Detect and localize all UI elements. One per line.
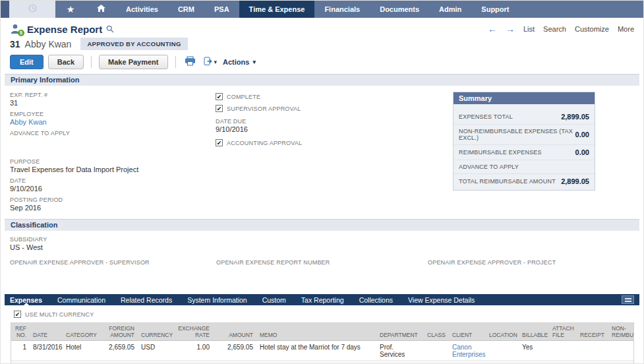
- cell-department: Prof. Services: [376, 341, 424, 361]
- summary-row-total-reimbursable: TOTAL REIMBURSABLE AMOUNT 2,899.05: [454, 174, 595, 189]
- edit-button[interactable]: Edit: [10, 55, 44, 69]
- record-name: Abby Kwan: [25, 39, 72, 49]
- cell-department: Prof. Services: [376, 361, 424, 364]
- nav-item-financials[interactable]: Financials: [314, 1, 370, 18]
- top-navigation-bar: ★ Activities CRM PSA Time & Expense Fina…: [1, 1, 643, 18]
- nav-item-documents[interactable]: Documents: [370, 1, 429, 18]
- checkbox-label: USE MULTI CURRENCY: [25, 311, 94, 318]
- summary-label: ADVANCE TO APPLY: [459, 164, 519, 170]
- search-icon[interactable]: [106, 24, 114, 36]
- field-label: EXP. REPT. #: [10, 92, 216, 98]
- summary-panel-title: Summary: [454, 92, 595, 104]
- actions-menu-button[interactable]: Actions ▾: [223, 58, 256, 66]
- tab-tax-reporting[interactable]: Tax Reporting: [301, 296, 344, 304]
- field-exp-rept-number: EXP. REPT. # 31: [10, 92, 216, 107]
- cell-amount: 190.00: [213, 361, 256, 364]
- export-document-icon: [203, 57, 213, 68]
- nav-item-psa[interactable]: PSA: [204, 1, 239, 18]
- cell-location: [486, 341, 519, 361]
- chevron-down-icon: ▾: [252, 59, 256, 65]
- summary-panel: Summary EXPENSES TOTAL 2,899.05 NON-REIM…: [453, 92, 595, 191]
- nav-item-time-and-expense[interactable]: Time & Expense: [239, 1, 315, 18]
- active-tab-indicator: [24, 303, 29, 305]
- field-value: 9/10/2016: [10, 185, 216, 193]
- cell-billable: Yes: [519, 341, 549, 361]
- cell-memo: Fee for taxi service during stay: [256, 361, 376, 364]
- nav-item-support[interactable]: Support: [471, 1, 519, 18]
- tab-view-expense-details[interactable]: View Expense Details: [408, 296, 475, 304]
- nav-item-activities[interactable]: Activities: [116, 1, 168, 18]
- tab-communication[interactable]: Communication: [57, 296, 105, 304]
- field-value: Sep 2016: [10, 204, 216, 212]
- column-header-ref-no: REF NO.: [11, 323, 30, 341]
- cell-exchange-rate: 1.00: [171, 341, 213, 361]
- list-view-icon[interactable]: [622, 295, 634, 304]
- field-openair-report-number: OPENAIR EXPENSE REPORT NUMBER: [216, 259, 428, 274]
- field-employee: EMPLOYEE Abby Kwan: [10, 111, 216, 126]
- title-row: $ Expense Report ← → List Search Customi…: [1, 18, 643, 36]
- cell-client: Canon Enterprises: [449, 361, 486, 364]
- tab-custom[interactable]: Custom: [262, 296, 286, 304]
- back-button[interactable]: Back: [48, 55, 84, 69]
- column-header-amount: AMOUNT: [213, 323, 256, 341]
- previous-record-arrow-icon[interactable]: ←: [488, 26, 497, 32]
- customize-link[interactable]: Customize: [575, 25, 609, 33]
- employee-link[interactable]: Abby Kwan: [10, 118, 216, 126]
- summary-value: 2,899.05: [561, 177, 589, 185]
- nav-item-admin[interactable]: Admin: [429, 1, 471, 18]
- cell-memo: Hotel stay at the Marriot for 7 days: [256, 341, 376, 361]
- tab-related-records[interactable]: Related Records: [121, 296, 172, 304]
- section-header-primary-information[interactable]: Primary Information: [5, 74, 639, 86]
- column-header-exchange-rate: EXCHANGE RATE: [171, 323, 213, 341]
- export-button[interactable]: ▾: [202, 56, 219, 69]
- field-label: PURPOSE: [10, 158, 216, 165]
- column-header-receipt: RECEIPT: [577, 323, 608, 341]
- next-record-arrow-icon[interactable]: →: [506, 26, 515, 32]
- field-openair-approver-project: OPENAIR EXPENSE APPROVER - PROJECT: [428, 259, 634, 274]
- record-identity-row: 31 Abby Kwan APPROVED BY ACCOUNTING: [1, 36, 643, 50]
- column-header-memo: MEMO: [256, 323, 376, 341]
- list-link[interactable]: List: [523, 25, 535, 33]
- checkbox-icon[interactable]: ✔: [216, 139, 223, 146]
- field-label: DATE DUE: [216, 118, 453, 125]
- summary-row-expenses-total: EXPENSES TOTAL 2,899.05: [454, 109, 595, 125]
- field-advance-to-apply: ADVANCE TO APPLY: [10, 130, 216, 145]
- tab-system-information[interactable]: System Information: [187, 296, 247, 304]
- tab-collections[interactable]: Collections: [359, 296, 393, 304]
- summary-row-reimbursable: REIMBURSABLE EXPENSES 0.00: [454, 145, 595, 160]
- more-link[interactable]: More: [618, 25, 634, 33]
- recent-records-button[interactable]: [9, 1, 55, 18]
- client-link[interactable]: Canon Enterprises: [452, 344, 486, 358]
- field-purpose: PURPOSE Travel Expenses for Data Import …: [10, 158, 216, 173]
- home-button[interactable]: [86, 1, 116, 18]
- summary-label: NON-REIMBURSABLE EXPENSES (TAX EXCL.): [459, 128, 575, 141]
- column-header-class: CLASS: [424, 323, 449, 341]
- checkbox-icon[interactable]: ✔: [216, 93, 223, 100]
- cell-date: 8/31/2016: [30, 341, 63, 361]
- subtab-bar: Expenses Communication Related Records S…: [5, 294, 639, 305]
- cell-non-reimbursable: [608, 341, 634, 361]
- star-icon: ★: [67, 4, 75, 15]
- column-header-non-reimbursable: NON-REIMBURSABLE: [608, 323, 634, 341]
- shortcuts-star-button[interactable]: ★: [55, 1, 86, 18]
- table-row[interactable]: 2 8/31/2016 Car rental 190.00 USD 1.00 1…: [11, 361, 634, 364]
- cell-currency: USD: [138, 341, 171, 361]
- search-link[interactable]: Search: [543, 25, 566, 33]
- field-label: DATE: [10, 177, 216, 184]
- section-header-classification[interactable]: Classification: [5, 219, 639, 231]
- table-row[interactable]: 1 8/31/2016 Hotel 2,659.05 USD 1.00 2,65…: [11, 341, 634, 361]
- make-payment-button[interactable]: Make Payment: [99, 55, 167, 69]
- column-header-attach-file: ATTACH FILE: [549, 323, 577, 341]
- table-header-row: REF NO. DATE CATEGORY FOREIGN AMOUNT CUR…: [11, 323, 634, 341]
- field-label: ADVANCE TO APPLY: [10, 130, 216, 136]
- checkbox-icon[interactable]: ✔: [216, 105, 223, 112]
- cell-currency: USD: [138, 361, 171, 364]
- field-date: DATE 9/10/2016: [10, 177, 216, 193]
- checkbox-supervisor-approval: ✔ SUPERVISOR APPROVAL: [216, 105, 453, 112]
- primary-information-section: EXP. REPT. # 31 EMPLOYEE Abby Kwan ADVAN…: [1, 86, 643, 218]
- checkbox-icon[interactable]: ✔: [14, 311, 21, 318]
- nav-item-crm[interactable]: CRM: [168, 1, 204, 18]
- field-value: 31: [10, 99, 216, 107]
- print-button[interactable]: [183, 55, 197, 69]
- cell-amount: 2,659.05: [213, 341, 256, 361]
